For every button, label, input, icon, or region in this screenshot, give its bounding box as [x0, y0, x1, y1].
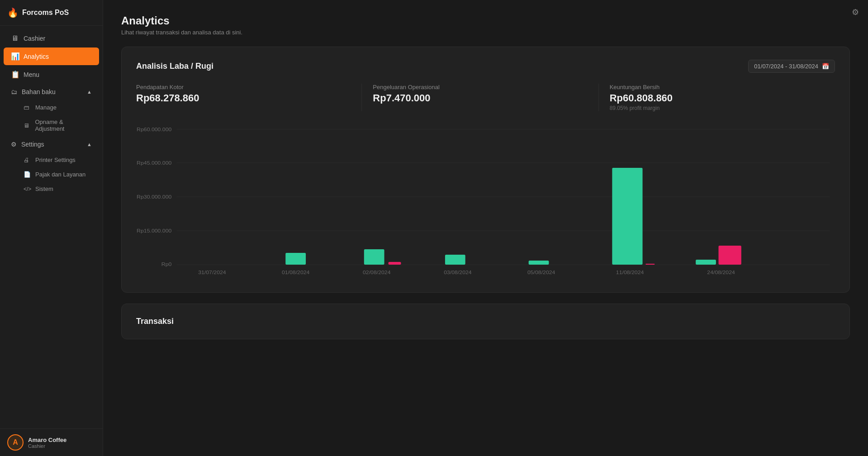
- page-subtitle: Lihat riwayat transaksi dan analisa data…: [121, 29, 850, 36]
- transaksi-title: Transaksi: [136, 317, 835, 326]
- pengeluaran-value: Rp7.470.000: [373, 92, 587, 104]
- svg-rect-20: [612, 168, 642, 265]
- sidebar-item-menu[interactable]: 📋 Menu: [4, 66, 99, 83]
- sidebar-item-opname[interactable]: 🖥 Opname & Adjustment: [4, 115, 99, 136]
- sidebar-item-cashier[interactable]: 🖥 Cashier: [4, 30, 99, 47]
- svg-rect-16: [445, 255, 465, 265]
- sidebar-item-analytics[interactable]: 📊 Analytics: [4, 48, 99, 65]
- printer-label: Printer Settings: [35, 157, 76, 163]
- svg-text:05/08/2024: 05/08/2024: [527, 270, 555, 275]
- cashier-icon: 🖥: [11, 34, 19, 43]
- sidebar-item-printer[interactable]: 🖨 Printer Settings: [4, 153, 99, 167]
- pajak-label: Pajak dan Layanan: [35, 171, 85, 178]
- footer-role: Cashier: [28, 443, 66, 449]
- svg-rect-21: [645, 264, 655, 265]
- svg-text:01/08/2024: 01/08/2024: [282, 270, 310, 275]
- cashier-label: Cashier: [24, 35, 45, 42]
- svg-rect-13: [364, 249, 384, 265]
- svg-text:03/08/2024: 03/08/2024: [444, 270, 472, 275]
- chart-container: Rp60.000.000 Rp45.000.000 Rp30.000.000 R…: [136, 126, 835, 280]
- stat-keuntungan: Keuntungan Bersih Rp60.808.860 89.05% pr…: [598, 84, 835, 111]
- keuntungan-value: Rp60.808.860: [610, 92, 824, 104]
- pendapatan-value: Rp68.278.860: [136, 92, 351, 104]
- svg-rect-14: [389, 262, 401, 265]
- pajak-icon: 📄: [24, 171, 31, 178]
- sidebar-group-bahan-baku[interactable]: 🗂 Bahan baku ▲: [4, 84, 99, 100]
- svg-text:11/08/2024: 11/08/2024: [616, 270, 644, 275]
- sidebar-group-settings[interactable]: ⚙ Settings ▲: [4, 136, 99, 152]
- sistem-icon: </>: [24, 186, 31, 192]
- svg-text:31/07/2024: 31/07/2024: [198, 270, 226, 275]
- manage-icon: 🗃: [24, 104, 31, 111]
- date-range-text: 01/07/2024 - 31/08/2024: [754, 63, 818, 70]
- main-content: Analytics Lihat riwayat transaksi dan an…: [103, 0, 868, 456]
- printer-icon: 🖨: [24, 157, 31, 163]
- sidebar-nav: 🖥 Cashier 📊 Analytics 📋 Menu 🗂 Bahan bak…: [0, 26, 103, 428]
- logo: 🔥 Forcoms PoS: [0, 0, 103, 26]
- stats-row: Pendapatan Kotor Rp68.278.860 Pengeluara…: [136, 84, 835, 111]
- avatar: A: [7, 434, 24, 451]
- card-header: Analisis Laba / Rugi 01/07/2024 - 31/08/…: [136, 60, 835, 73]
- menu-icon: 📋: [11, 70, 19, 79]
- transaksi-section: Transaksi: [121, 304, 850, 339]
- analytics-icon: 📊: [11, 52, 19, 61]
- stat-pendapatan: Pendapatan Kotor Rp68.278.860: [136, 84, 361, 111]
- analytics-label: Analytics: [24, 53, 49, 60]
- footer-name: Amaro Coffee: [28, 437, 66, 443]
- settings-icon: ⚙: [11, 141, 17, 148]
- svg-rect-23: [696, 260, 716, 265]
- bahan-baku-icon: 🗂: [11, 88, 17, 95]
- stat-pengeluaran: Pengeluaran Operasional Rp7.470.000: [361, 84, 598, 111]
- bahan-baku-chevron: ▲: [87, 89, 92, 95]
- svg-text:Rp30.000.000: Rp30.000.000: [137, 194, 172, 200]
- svg-text:24/08/2024: 24/08/2024: [707, 270, 735, 275]
- analytics-card: Analisis Laba / Rugi 01/07/2024 - 31/08/…: [121, 47, 850, 293]
- card-title: Analisis Laba / Rugi: [136, 62, 213, 71]
- svg-text:Rp45.000.000: Rp45.000.000: [137, 160, 172, 166]
- settings-top-icon[interactable]: ⚙: [852, 7, 859, 17]
- sidebar-item-pajak[interactable]: 📄 Pajak dan Layanan: [4, 167, 99, 181]
- date-range-button[interactable]: 01/07/2024 - 31/08/2024 📅: [748, 60, 835, 73]
- svg-text:Rp15.000.000: Rp15.000.000: [137, 228, 172, 233]
- sidebar-item-sistem[interactable]: </> Sistem: [4, 182, 99, 196]
- sidebar-item-manage[interactable]: 🗃 Manage: [4, 100, 99, 114]
- manage-label: Manage: [35, 104, 57, 111]
- pendapatan-label: Pendapatan Kotor: [136, 84, 351, 90]
- logo-text: Forcoms PoS: [22, 9, 69, 17]
- svg-text:02/08/2024: 02/08/2024: [363, 270, 391, 275]
- page-title: Analytics: [121, 14, 850, 27]
- svg-rect-18: [529, 261, 549, 265]
- bahan-baku-label: Bahan baku: [22, 88, 56, 95]
- opname-icon: 🖥: [24, 122, 30, 129]
- keuntungan-label: Keuntungan Bersih: [610, 84, 824, 90]
- svg-rect-24: [719, 246, 741, 265]
- svg-text:Rp60.000.000: Rp60.000.000: [137, 127, 172, 132]
- calendar-icon: 📅: [822, 63, 829, 70]
- settings-label: Settings: [21, 141, 44, 148]
- sistem-label: Sistem: [35, 185, 53, 192]
- logo-icon: 🔥: [7, 7, 19, 18]
- svg-rect-11: [285, 253, 306, 265]
- sidebar-footer: A Amaro Coffee Cashier: [0, 428, 103, 456]
- bar-chart: Rp60.000.000 Rp45.000.000 Rp30.000.000 R…: [136, 126, 835, 280]
- settings-chevron: ▲: [87, 142, 92, 147]
- svg-text:Rp0: Rp0: [161, 261, 172, 267]
- pengeluaran-label: Pengeluaran Operasional: [373, 84, 587, 90]
- keuntungan-sub: 89.05% profit margin: [610, 105, 824, 111]
- opname-label: Opname & Adjustment: [35, 119, 92, 132]
- sidebar: 🔥 Forcoms PoS 🖥 Cashier 📊 Analytics 📋 Me…: [0, 0, 103, 456]
- menu-label: Menu: [24, 71, 39, 78]
